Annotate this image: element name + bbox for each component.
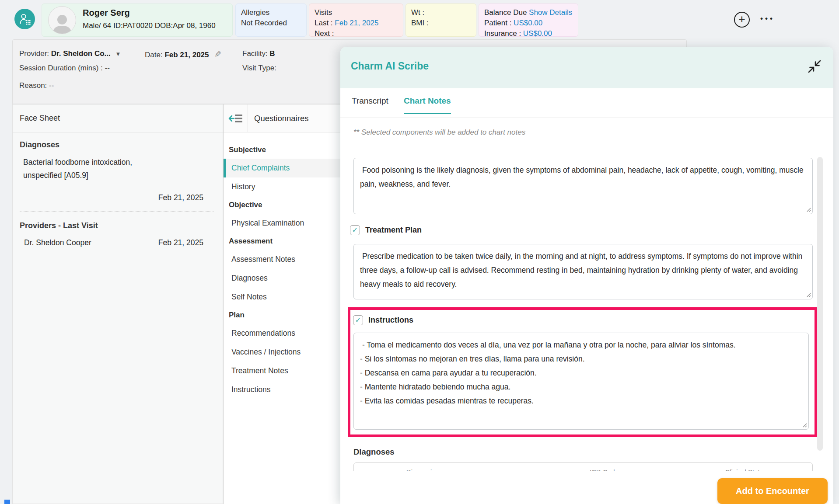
date-field[interactable]: Date: Feb 21, 2025 ✎: [145, 49, 221, 59]
compress-arrows-icon: [808, 60, 821, 73]
reason-field: Reason: --: [19, 81, 54, 90]
user-grid-icon: [18, 13, 31, 26]
show-details-link[interactable]: Show Details: [529, 8, 572, 17]
collapse-list-icon: [228, 113, 243, 124]
provider-label: Provider:: [19, 49, 49, 58]
more-options-icon[interactable]: •••: [760, 14, 775, 23]
add-to-encounter-button[interactable]: Add to Encounter: [717, 478, 828, 504]
bmi-label: BMI :: [411, 18, 471, 28]
providers-heading: Providers - Last Visit: [20, 221, 214, 230]
patient-avatar: [48, 6, 76, 34]
face-sheet-panel: Face Sheet Diagnoses Bacterial foodborne…: [12, 104, 223, 504]
questionnaire-item-instructions[interactable]: Instructions: [224, 380, 340, 399]
provider-field[interactable]: Provider: Dr. Sheldon Co... ▼: [19, 49, 121, 58]
visits-last-label: Last :: [315, 19, 333, 27]
patient-summary-card[interactable]: Roger Serg Male/ 64 ID:PAT0020 DOB:Apr 0…: [42, 3, 233, 37]
instructions-label: Instructions: [368, 316, 413, 325]
provider-value: Dr. Sheldon Co...: [51, 49, 111, 58]
patient-name: Roger Serg: [83, 7, 130, 18]
collapse-panel-button[interactable]: [224, 104, 248, 132]
questionnaire-item-treatment-notes[interactable]: Treatment Notes: [224, 361, 340, 380]
questionnaire-item-recommendations[interactable]: Recommendations: [224, 324, 340, 343]
balance-patient-label: Patient :: [484, 19, 511, 27]
diagnoses-table-clipped: Diagnosis ICD Code Clinical Status: [353, 462, 813, 471]
instructions-textarea[interactable]: - Toma el medicamento dos veces al día, …: [353, 333, 809, 430]
date-label: Date:: [145, 51, 163, 59]
visits-card[interactable]: Visits Last : Feb 21, 2025 Next :: [309, 3, 403, 37]
treatment-plan-row: ✓ Treatment Plan: [350, 225, 422, 235]
questionnaires-panel: Questionnaires Subjective Chief Complain…: [223, 104, 340, 504]
balance-insurance-value: US$0.00: [523, 29, 552, 38]
reason-label: Reason:: [19, 81, 47, 90]
tab-transcript[interactable]: Transcript: [352, 96, 388, 106]
patient-details: Male/ 64 ID:PAT0020 DOB:Apr 08, 1960: [83, 21, 216, 31]
section-plan: Plan: [224, 306, 340, 324]
allergies-title: Allergies: [241, 7, 301, 18]
edit-pencil-icon[interactable]: ✎: [214, 49, 221, 59]
scribe-header: Charm AI Scribe: [340, 47, 833, 88]
questionnaire-item-history[interactable]: History: [224, 177, 340, 196]
app-screen: Roger Serg Male/ 64 ID:PAT0020 DOB:Apr 0…: [0, 0, 839, 504]
section-assessment: Assessment: [224, 233, 340, 250]
add-new-icon[interactable]: +: [734, 12, 750, 28]
facility-label: Facility:: [242, 49, 268, 58]
questionnaire-item-chief-complaints[interactable]: Chief Complaints: [224, 159, 340, 177]
minimize-panel-button[interactable]: [808, 60, 821, 73]
instructions-textarea-wrap: - Toma el medicamento dos veces al día, …: [353, 333, 809, 430]
vitals-card[interactable]: Wt : BMI :: [406, 3, 476, 37]
visit-type-label: Visit Type:: [242, 64, 276, 72]
selection-hint-text: ** Selected components will be added to …: [353, 128, 525, 137]
balance-title: Balance Due: [484, 8, 527, 17]
diagnosis-entry[interactable]: Bacterial foodborne intoxication, unspec…: [20, 156, 151, 182]
treatment-plan-label: Treatment Plan: [365, 226, 422, 235]
session-duration-field: Session Duration (mins) : --: [19, 64, 110, 73]
balance-patient-value: US$0.00: [514, 19, 542, 27]
divider: [20, 259, 214, 259]
allergies-value: Not Recorded: [241, 18, 301, 28]
allergies-card[interactable]: Allergies Not Recorded: [235, 3, 307, 37]
questionnaire-item-assessment-notes[interactable]: Assessment Notes: [224, 250, 340, 269]
charm-ai-scribe-panel: Charm AI Scribe Transcript Chart Notes *…: [340, 47, 833, 504]
questionnaire-item-diagnoses[interactable]: Diagnoses: [224, 269, 340, 288]
visit-type-field: Visit Type:: [242, 64, 276, 73]
section-subjective: Subjective: [224, 141, 340, 159]
face-sheet-title: Face Sheet: [13, 104, 223, 132]
diagnoses-col-diagnosis: Diagnosis: [406, 468, 590, 471]
visits-title: Visits: [315, 7, 398, 18]
diagnoses-col-clinical-status: Clinical Status: [725, 468, 812, 471]
questionnaire-item-physical-examination[interactable]: Physical Examination: [224, 214, 340, 233]
scribe-diagnoses-heading: Diagnoses: [353, 447, 395, 457]
provider-last-visit-row[interactable]: Dr. Sheldon Cooper Feb 21, 2025: [20, 236, 214, 247]
instructions-checkbox[interactable]: ✓: [353, 315, 363, 325]
visits-next-label: Next :: [315, 28, 398, 39]
divider: [20, 211, 214, 212]
scribe-title: Charm AI Scribe: [351, 60, 429, 72]
chevron-down-icon[interactable]: ▼: [115, 51, 121, 57]
balance-card[interactable]: Balance Due Show Details Patient : US$0.…: [479, 3, 578, 37]
scribe-tabs: Transcript Chart Notes: [340, 88, 833, 118]
diagnoses-col-icd-code: ICD Code: [590, 468, 725, 471]
patient-apps-button[interactable]: [14, 9, 35, 29]
scribe-scrollbar[interactable]: [817, 157, 823, 451]
section-objective: Objective: [224, 196, 340, 214]
patient-header-bar: Roger Serg Male/ 64 ID:PAT0020 DOB:Apr 0…: [0, 0, 839, 39]
assessment-textarea[interactable]: Food poisoning is the likely diagnosis, …: [353, 158, 813, 214]
treatment-plan-textarea[interactable]: Prescribe medication to be taken twice d…: [353, 244, 813, 299]
provider-visit-date: Feb 21, 2025: [158, 238, 203, 247]
session-duration-value: --: [105, 64, 110, 72]
assessment-textarea-wrap: Food poisoning is the likely diagnosis, …: [353, 158, 813, 214]
questionnaire-item-vaccines-injections[interactable]: Vaccines / Injections: [224, 343, 340, 361]
balance-insurance-label: Insurance :: [484, 29, 521, 38]
instructions-row: ✓ Instructions: [353, 315, 413, 325]
facility-field: Facility: B: [242, 49, 275, 58]
treatment-plan-checkbox[interactable]: ✓: [350, 225, 360, 235]
treatment-plan-textarea-wrap: Prescribe medication to be taken twice d…: [353, 244, 813, 299]
tab-chart-notes[interactable]: Chart Notes: [404, 96, 451, 114]
weight-label: Wt :: [411, 7, 471, 18]
facility-value: B: [269, 49, 275, 58]
reason-value: --: [49, 81, 54, 90]
provider-name: Dr. Sheldon Cooper: [24, 238, 91, 247]
questionnaire-item-self-notes[interactable]: Self Notes: [224, 288, 340, 306]
visits-last-date-link[interactable]: Feb 21, 2025: [335, 19, 378, 27]
person-silhouette-icon: [51, 13, 73, 34]
